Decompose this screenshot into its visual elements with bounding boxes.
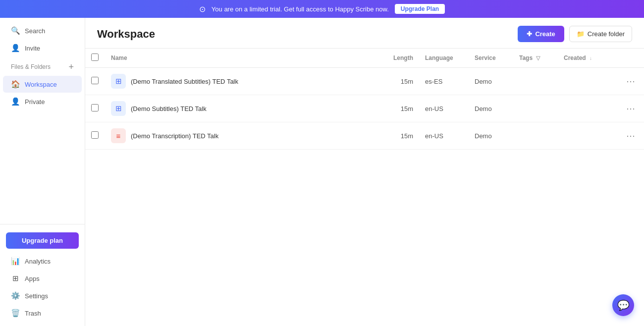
row-name-cell: ⊞ (Demo Translated Subtitles) TED Talk bbox=[105, 68, 379, 95]
search-icon: 🔍 bbox=[11, 26, 20, 35]
col-header-length: Length bbox=[379, 49, 419, 68]
col-header-tags: Tags ▽ bbox=[513, 49, 558, 68]
row-actions-cell: ⋯ bbox=[617, 68, 644, 95]
row-created-cell bbox=[558, 68, 617, 95]
folder-icon: 📁 bbox=[577, 30, 585, 38]
add-folder-button[interactable]: + bbox=[68, 62, 74, 71]
upgrade-plan-banner-button[interactable]: Upgrade Plan bbox=[395, 4, 445, 14]
private-icon: 👤 bbox=[11, 97, 20, 106]
col-header-actions bbox=[617, 49, 644, 68]
file-table-area: Name Length Language Service Tags bbox=[85, 49, 644, 326]
row-language-cell: en-US bbox=[419, 122, 469, 150]
table-row: ≡ (Demo Transcription) TED Talk 15m en-U… bbox=[85, 122, 644, 150]
col-header-language: Language bbox=[419, 49, 469, 68]
sidebar-item-invite[interactable]: 👤 Invite bbox=[3, 40, 82, 56]
tags-filter-icon: ▽ bbox=[536, 55, 540, 61]
sidebar-item-settings[interactable]: ⚙️ Settings bbox=[3, 287, 82, 304]
select-all-checkbox[interactable] bbox=[91, 54, 99, 61]
row-more-button-0[interactable]: ⋯ bbox=[623, 75, 638, 88]
sidebar-item-trash[interactable]: 🗑️ Trash bbox=[3, 305, 82, 322]
trial-banner: ⊙ You are on a limited trial. Get full a… bbox=[0, 0, 644, 18]
row-length-cell: 15m bbox=[379, 122, 419, 150]
apps-icon: ⊞ bbox=[11, 274, 20, 283]
row-tags-cell bbox=[513, 122, 558, 150]
table-body: ⊞ (Demo Translated Subtitles) TED Talk 1… bbox=[85, 68, 644, 150]
row-check-cell bbox=[85, 122, 105, 150]
file-type-icon: ⊞ bbox=[111, 74, 126, 89]
row-check-cell bbox=[85, 68, 105, 95]
sidebar: 🔍 Search 👤 Invite Files & Folders + 🏠 Wo… bbox=[0, 18, 85, 326]
main-content: Workspace ✚ Create 📁 Create folder bbox=[85, 18, 644, 326]
sidebar-item-private[interactable]: 👤 Private bbox=[3, 93, 82, 110]
analytics-icon: 📊 bbox=[11, 257, 20, 266]
col-header-service: Service bbox=[469, 49, 513, 68]
header-actions: ✚ Create 📁 Create folder bbox=[518, 26, 632, 42]
invite-icon: 👤 bbox=[11, 44, 20, 53]
banner-message: You are on a limited trial. Get full acc… bbox=[212, 5, 389, 13]
create-folder-button[interactable]: 📁 Create folder bbox=[569, 26, 632, 42]
file-type-icon: ⊞ bbox=[111, 101, 126, 116]
sidebar-item-analytics[interactable]: 📊 Analytics bbox=[3, 253, 82, 270]
row-length-cell: 15m bbox=[379, 68, 419, 95]
row-check-cell bbox=[85, 95, 105, 122]
sidebar-item-search[interactable]: 🔍 Search bbox=[3, 22, 82, 39]
sidebar-label-analytics: Analytics bbox=[25, 258, 51, 265]
file-name: (Demo Subtitles) TED Talk bbox=[131, 105, 207, 112]
page-header: Workspace ✚ Create 📁 Create folder bbox=[85, 18, 644, 49]
trash-icon: 🗑️ bbox=[11, 309, 20, 318]
upgrade-plan-sidebar-button[interactable]: Upgrade plan bbox=[6, 232, 79, 249]
file-name: (Demo Translated Subtitles) TED Talk bbox=[131, 78, 238, 85]
file-type-icon: ≡ bbox=[111, 128, 126, 143]
chat-bubble-button[interactable]: 💬 bbox=[612, 294, 634, 316]
row-checkbox-0[interactable] bbox=[91, 77, 99, 84]
sidebar-item-apps[interactable]: ⊞ Apps bbox=[3, 270, 82, 287]
files-folders-label: Files & Folders bbox=[11, 63, 51, 70]
row-more-button-1[interactable]: ⋯ bbox=[623, 102, 638, 115]
created-sort-icon: ↓ bbox=[590, 55, 592, 61]
sidebar-label-apps: Apps bbox=[25, 275, 40, 282]
settings-icon: ⚙️ bbox=[11, 291, 20, 300]
file-table: Name Length Language Service Tags bbox=[85, 49, 644, 150]
create-button[interactable]: ✚ Create bbox=[518, 26, 564, 42]
row-created-cell bbox=[558, 122, 617, 150]
row-language-cell: es-ES bbox=[419, 68, 469, 95]
row-created-cell bbox=[558, 95, 617, 122]
sidebar-label-private: Private bbox=[25, 98, 45, 106]
row-language-cell: en-US bbox=[419, 95, 469, 122]
row-more-button-2[interactable]: ⋯ bbox=[623, 129, 638, 142]
row-checkbox-2[interactable] bbox=[91, 131, 99, 139]
row-service-cell: Demo bbox=[469, 68, 513, 95]
row-service-cell: Demo bbox=[469, 122, 513, 150]
table-row: ⊞ (Demo Subtitles) TED Talk 15m en-US De… bbox=[85, 95, 644, 122]
workspace-icon: 🏠 bbox=[11, 80, 20, 89]
file-name: (Demo Transcription) TED Talk bbox=[131, 132, 218, 140]
col-header-check bbox=[85, 49, 105, 68]
chat-bubble-icon: 💬 bbox=[617, 299, 630, 311]
row-name-cell: ⊞ (Demo Subtitles) TED Talk bbox=[105, 95, 379, 122]
sidebar-label-search: Search bbox=[25, 27, 45, 35]
table-header: Name Length Language Service Tags bbox=[85, 49, 644, 68]
create-folder-label: Create folder bbox=[588, 30, 625, 38]
row-actions-cell: ⋯ bbox=[617, 95, 644, 122]
sidebar-item-workspace[interactable]: 🏠 Workspace bbox=[3, 76, 82, 93]
row-checkbox-1[interactable] bbox=[91, 104, 99, 111]
row-name-cell: ≡ (Demo Transcription) TED Talk bbox=[105, 122, 379, 150]
create-plus-icon: ✚ bbox=[527, 30, 532, 38]
sidebar-label-trash: Trash bbox=[25, 310, 41, 317]
row-service-cell: Demo bbox=[469, 95, 513, 122]
files-folders-header: Files & Folders + bbox=[3, 58, 82, 75]
row-tags-cell bbox=[513, 95, 558, 122]
table-row: ⊞ (Demo Translated Subtitles) TED Talk 1… bbox=[85, 68, 644, 95]
create-label: Create bbox=[535, 30, 555, 38]
row-length-cell: 15m bbox=[379, 95, 419, 122]
page-title: Workspace bbox=[97, 28, 155, 41]
sidebar-label-workspace: Workspace bbox=[25, 81, 57, 88]
sidebar-label-settings: Settings bbox=[25, 292, 48, 300]
col-header-created: Created ↓ bbox=[558, 49, 617, 68]
banner-icon: ⊙ bbox=[199, 4, 206, 14]
col-header-name: Name bbox=[105, 49, 379, 68]
row-actions-cell: ⋯ bbox=[617, 122, 644, 150]
row-tags-cell bbox=[513, 68, 558, 95]
sidebar-label-invite: Invite bbox=[25, 45, 40, 52]
